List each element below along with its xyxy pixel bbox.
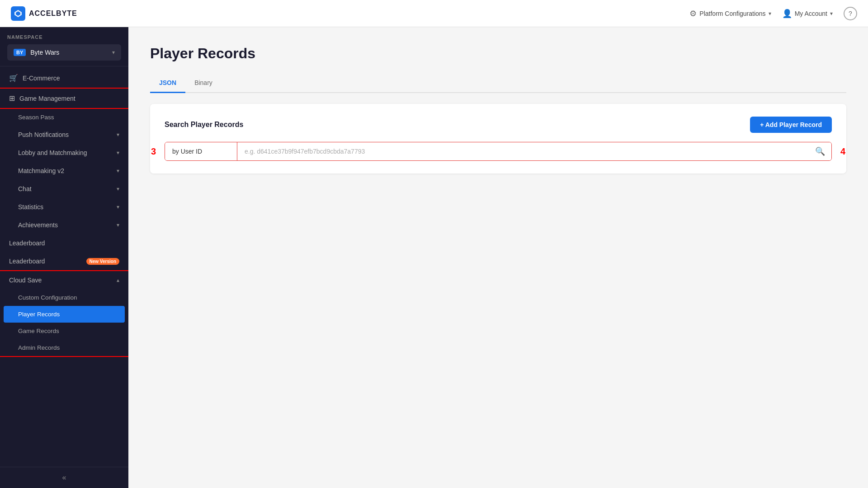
annotation-3: 3	[151, 146, 156, 157]
sidebar-item-game-management[interactable]: ⊞ Game Management	[0, 89, 128, 108]
sidebar-item-game-records[interactable]: Game Records	[0, 323, 128, 339]
sidebar-item-matchmaking-v2[interactable]: Matchmaking v2 ▾	[0, 162, 128, 180]
achievements-chevron: ▾	[117, 222, 119, 228]
logo-text: ACCELBYTE	[29, 9, 77, 18]
search-type-select[interactable]: by User ID by Key	[165, 142, 237, 160]
sidebar-item-chat[interactable]: Chat ▾	[0, 180, 128, 198]
push-notifications-chevron: ▾	[117, 131, 119, 138]
logo-icon	[11, 6, 25, 21]
sidebar-item-admin-records[interactable]: Admin Records	[0, 339, 128, 356]
search-panel-title: Search Player Records	[165, 121, 243, 129]
namespace-selector[interactable]: BY Byte Wars ▾	[7, 44, 121, 61]
sidebar-item-season-pass[interactable]: Season Pass	[0, 109, 128, 126]
search-panel-header: Search Player Records + Add Player Recor…	[165, 117, 832, 133]
statistics-chevron: ▾	[117, 204, 119, 210]
admin-records-label: Admin Records	[18, 344, 60, 351]
namespace-section: NAMESPACE BY Byte Wars ▾	[0, 27, 128, 64]
achievements-label: Achievements	[9, 221, 112, 229]
help-icon: ?	[849, 10, 852, 17]
logo-area: ACCELBYTE	[11, 6, 77, 21]
push-notifications-label: Push Notifications	[9, 131, 112, 138]
leaderboard-new-label: Leaderboard	[9, 258, 79, 265]
page-title: Player Records	[150, 45, 846, 62]
help-button[interactable]: ?	[844, 7, 857, 20]
chat-label: Chat	[9, 185, 112, 192]
topnav-right: ⚙ Platform Configurations ▾ 👤 My Account…	[689, 7, 857, 20]
namespace-chevron: ▾	[112, 49, 115, 56]
platform-config-label: Platform Configurations	[699, 10, 765, 17]
search-row-wrapper: 3 by User ID by Key 🔍	[165, 142, 832, 161]
chat-chevron: ▾	[117, 186, 119, 192]
search-input[interactable]	[237, 142, 831, 160]
sidebar-item-push-notifications[interactable]: Push Notifications ▾	[0, 126, 128, 144]
layout: NAMESPACE BY Byte Wars ▾ 🛒 E-Commerce ⊞ …	[0, 27, 868, 488]
namespace-name: Byte Wars	[30, 49, 108, 56]
sidebar-item-lobby-matchmaking[interactable]: Lobby and Matchmaking ▾	[0, 144, 128, 162]
sidebar-item-cloud-save[interactable]: Cloud Save ▴	[0, 271, 128, 289]
my-account-chevron: ▾	[830, 10, 833, 17]
search-type-wrapper: by User ID by Key	[165, 142, 237, 160]
ecommerce-label: E-Commerce	[23, 75, 119, 82]
season-pass-label: Season Pass	[18, 114, 54, 121]
topnav: ACCELBYTE ⚙ Platform Configurations ▾ 👤 …	[0, 0, 868, 27]
sidebar-divider-1	[0, 66, 128, 66]
sidebar-item-ecommerce[interactable]: 🛒 E-Commerce	[0, 68, 128, 88]
tabs-bar: JSON Binary	[150, 75, 846, 93]
matchmaking-v2-chevron: ▾	[117, 168, 119, 174]
player-records-label: Player Records	[18, 311, 60, 318]
matchmaking-v2-label: Matchmaking v2	[9, 167, 112, 174]
ecommerce-icon: 🛒	[9, 74, 18, 82]
search-panel: Search Player Records + Add Player Recor…	[150, 104, 846, 174]
sidebar-item-custom-config[interactable]: Custom Configuration	[0, 289, 128, 306]
my-account-label: My Account	[795, 10, 827, 17]
statistics-label: Statistics	[9, 203, 112, 211]
search-row: by User ID by Key 🔍	[165, 142, 832, 161]
new-version-badge: New Version	[86, 258, 119, 265]
custom-config-label: Custom Configuration	[18, 294, 77, 301]
tab-json[interactable]: JSON	[150, 75, 185, 93]
game-management-icon: ⊞	[9, 94, 15, 103]
sidebar: NAMESPACE BY Byte Wars ▾ 🛒 E-Commerce ⊞ …	[0, 27, 128, 488]
lobby-matchmaking-label: Lobby and Matchmaking	[9, 149, 112, 156]
main-content: Player Records JSON Binary Search Player…	[128, 27, 868, 488]
namespace-label: NAMESPACE	[7, 34, 121, 40]
cloud-save-label: Cloud Save	[9, 277, 112, 284]
cloud-save-section: Cloud Save ▴ 2 Custom Configuration Play…	[0, 271, 128, 356]
add-button-label: + Add Player Record	[760, 121, 822, 128]
game-management-label: Game Management	[19, 95, 119, 102]
add-player-record-button[interactable]: + Add Player Record	[750, 117, 832, 133]
collapse-icon: «	[62, 474, 66, 481]
search-input-wrapper: 🔍	[237, 142, 831, 160]
search-icon: 🔍	[815, 147, 825, 156]
sidebar-item-achievements[interactable]: Achievements ▾	[0, 216, 128, 234]
annotation-4: 4	[840, 146, 845, 157]
game-management-section: ⊞ Game Management 1	[0, 89, 128, 108]
gear-icon: ⚙	[689, 9, 697, 19]
tab-binary[interactable]: Binary	[185, 75, 222, 93]
platform-config-menu[interactable]: ⚙ Platform Configurations ▾	[689, 9, 771, 19]
sidebar-item-statistics[interactable]: Statistics ▾	[0, 198, 128, 216]
game-records-label: Game Records	[18, 328, 59, 334]
sidebar-item-leaderboard[interactable]: Leaderboard	[0, 234, 128, 252]
platform-config-chevron: ▾	[769, 10, 771, 17]
lobby-matchmaking-chevron: ▾	[117, 150, 119, 156]
leaderboard-label: Leaderboard	[9, 239, 119, 247]
search-icon-button[interactable]: 🔍	[815, 146, 825, 156]
sidebar-collapse-button[interactable]: «	[0, 467, 128, 488]
my-account-menu[interactable]: 👤 My Account ▾	[782, 9, 833, 19]
sidebar-item-leaderboard-new[interactable]: Leaderboard New Version	[0, 252, 128, 270]
namespace-badge: BY	[14, 49, 26, 56]
sidebar-item-player-records[interactable]: Player Records	[4, 306, 125, 323]
cloud-save-chevron: ▴	[117, 277, 119, 283]
user-icon: 👤	[782, 9, 792, 19]
